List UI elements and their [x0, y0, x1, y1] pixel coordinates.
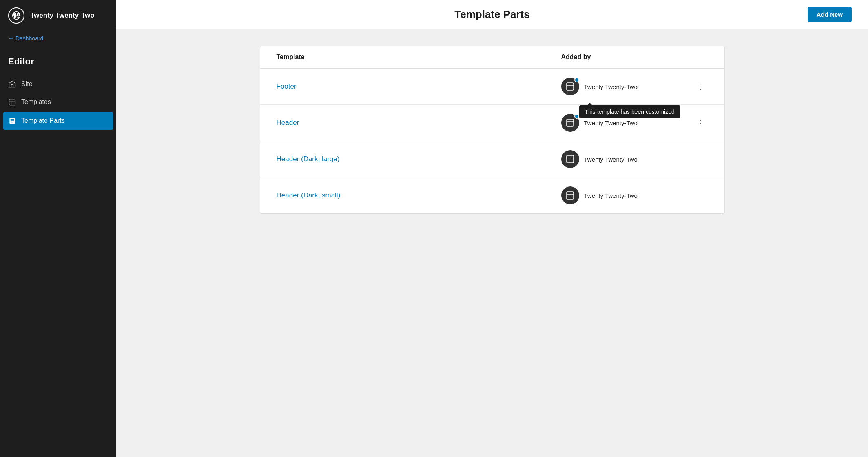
template-parts-table: Template Added by Footer [260, 46, 725, 214]
row-template-name: Header (Dark, small) [277, 191, 561, 200]
sidebar-item-templates[interactable]: Templates [0, 93, 116, 111]
wp-logo-icon [11, 11, 21, 20]
layout-icon [565, 154, 575, 164]
col-header-template: Template [277, 53, 561, 61]
top-bar: Template Parts Add New [116, 0, 868, 29]
theme-name: Twenty Twenty-Two [584, 192, 708, 199]
editor-label: Editor [0, 50, 116, 75]
add-new-button[interactable]: Add New [808, 7, 852, 22]
layout-icon [565, 118, 575, 128]
sidebar: Twenty Twenty-Two ← Dashboard Editor Sit… [0, 0, 116, 457]
theme-icon [561, 114, 579, 132]
templates-icon [8, 98, 16, 106]
svg-rect-3 [567, 83, 574, 90]
sidebar-item-site[interactable]: Site [0, 75, 116, 93]
main-content: Template Parts Add New Template Added by… [116, 0, 868, 457]
row-added-by: Twenty Twenty-Two ⋮ [561, 114, 708, 132]
svg-rect-6 [567, 119, 574, 126]
layout-icon [565, 191, 575, 200]
sidebar-item-templates-label: Templates [21, 98, 51, 106]
row-template-name: Header [277, 119, 561, 127]
theme-name: Twenty Twenty-Two [584, 120, 689, 126]
sidebar-item-site-label: Site [21, 80, 33, 88]
theme-icon [561, 78, 579, 95]
svg-rect-9 [567, 155, 574, 163]
sidebar-header: Twenty Twenty-Two [0, 0, 116, 31]
header-dark-large-link[interactable]: Header (Dark, large) [277, 155, 340, 163]
svg-rect-12 [567, 192, 574, 199]
table-header: Template Added by [260, 46, 724, 69]
row-template-name: Header (Dark, large) [277, 155, 561, 163]
page-title: Template Parts [454, 8, 529, 21]
col-header-added-by: Added by [561, 53, 708, 61]
dashboard-link[interactable]: ← Dashboard [0, 31, 116, 50]
table-row: Header (Dark, large) Twenty Twenty-Two [260, 141, 724, 177]
footer-link[interactable]: Footer [277, 82, 297, 90]
theme-name: Twenty Twenty-Two [584, 156, 708, 163]
site-name: Twenty Twenty-Two [30, 11, 95, 20]
table-row: Footer Twenty Twenty-Two ⋮ This tem [260, 69, 724, 105]
layout-icon [565, 82, 575, 91]
more-options-button[interactable]: ⋮ [693, 117, 708, 129]
svg-rect-0 [9, 99, 16, 105]
more-options-button[interactable]: ⋮ [693, 81, 708, 92]
row-added-by: Twenty Twenty-Two [561, 150, 708, 168]
template-parts-icon [8, 117, 16, 125]
dashboard-link-text: ← Dashboard [8, 35, 43, 42]
header-dark-small-link[interactable]: Header (Dark, small) [277, 191, 341, 199]
content-area: Template Added by Footer [116, 29, 868, 457]
header-link[interactable]: Header [277, 119, 299, 126]
theme-name: Twenty Twenty-Two [584, 83, 689, 90]
theme-icon [561, 186, 579, 204]
wordpress-logo [8, 7, 24, 24]
table-row: Header (Dark, small) Twenty Twenty-Two [260, 177, 724, 213]
customized-dot [574, 78, 579, 82]
row-template-name: Footer [277, 82, 561, 91]
sidebar-item-template-parts-label: Template Parts [21, 117, 65, 124]
sidebar-nav: Site Templates Template Parts [0, 75, 116, 131]
customized-dot [574, 114, 579, 119]
row-added-by: Twenty Twenty-Two ⋮ This template has be… [561, 78, 708, 95]
home-icon [8, 80, 16, 88]
theme-icon [561, 150, 579, 168]
sidebar-item-template-parts[interactable]: Template Parts [3, 112, 113, 130]
table-row: Header Twenty Twenty-Two ⋮ [260, 105, 724, 141]
row-added-by: Twenty Twenty-Two [561, 186, 708, 204]
